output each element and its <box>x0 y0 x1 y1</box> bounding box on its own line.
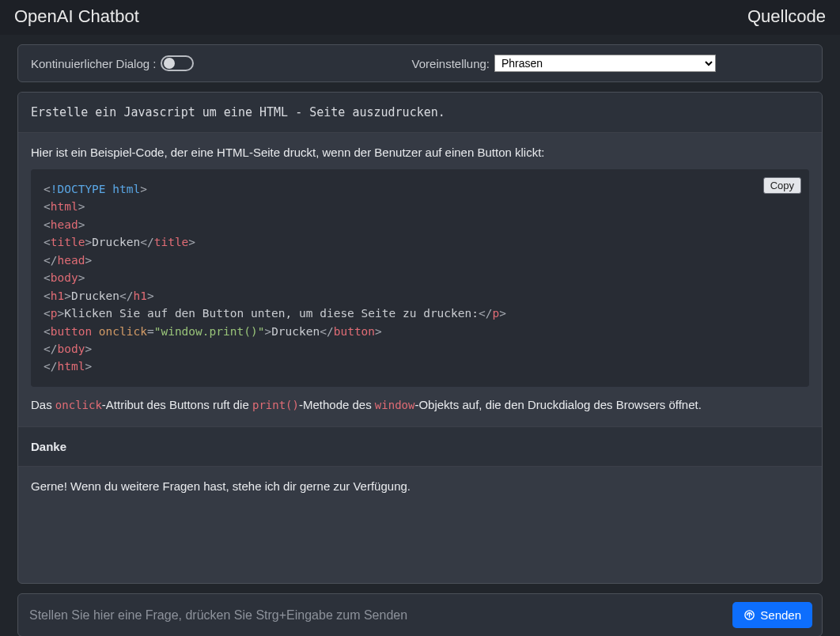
continuous-dialog-label: Kontinuierlicher Dialog : <box>31 57 156 70</box>
send-button[interactable]: Senden <box>732 602 812 628</box>
preset-label: Voreinstellung: <box>412 57 490 70</box>
header-bar: OpenAI Chatbot Quellcode <box>0 0 840 35</box>
settings-panel: Kontinuierlicher Dialog : Voreinstellung… <box>17 44 823 82</box>
chat-panel: Erstelle ein Javascript um eine HTML - S… <box>17 92 823 584</box>
app-title: OpenAI Chatbot <box>14 6 139 27</box>
assistant-intro: Hier ist ein Beispiel-Code, der eine HTM… <box>31 144 809 161</box>
source-link[interactable]: Quellcode <box>747 6 826 27</box>
user-message: Erstelle ein Javascript um eine HTML - S… <box>18 93 822 133</box>
input-panel: Senden <box>17 593 823 636</box>
code-block: Copy <!DOCTYPE html><html><head><title>D… <box>31 169 809 387</box>
copy-button[interactable]: Copy <box>763 177 801 194</box>
assistant-message: Gerne! Wenn du weitere Fragen hast, steh… <box>18 467 822 508</box>
assistant-note: Das onclick-Attribut des Buttons ruft di… <box>31 396 809 414</box>
preset-select[interactable]: Phrasen <box>494 55 716 72</box>
question-input[interactable] <box>28 604 725 627</box>
send-icon <box>744 609 755 621</box>
continuous-dialog-toggle[interactable] <box>161 55 194 71</box>
assistant-message: Hier ist ein Beispiel-Code, der eine HTM… <box>18 133 822 427</box>
user-message: Danke <box>18 427 822 467</box>
